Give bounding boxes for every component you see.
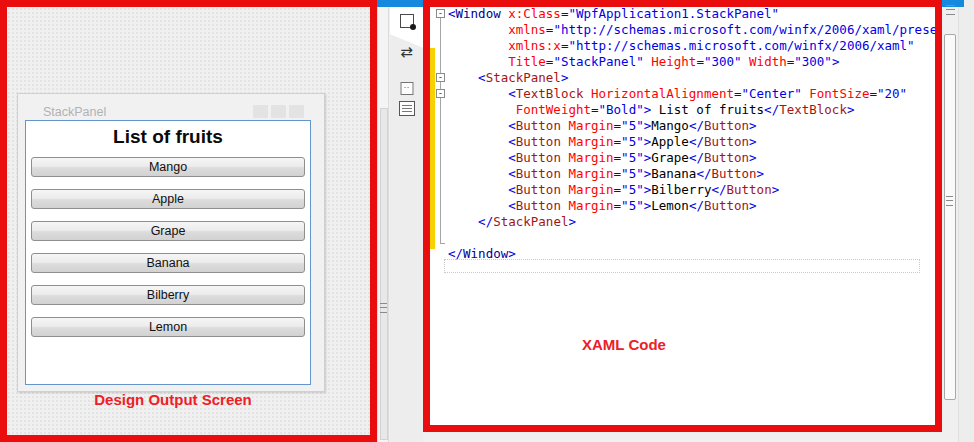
xaml-code-label: XAML Code	[582, 336, 666, 353]
splitter-grip-icon[interactable]	[946, 5, 955, 15]
code-line[interactable]: <TextBlock HorizontalAlignment="Center" …	[448, 86, 907, 102]
code-line[interactable]: FontWeight="Bold"> List of fruits</TextB…	[448, 102, 854, 118]
screenshot-root: StackPanel List of fruits MangoAppleGrap…	[0, 0, 974, 442]
fruit-button-grape[interactable]: Grape	[31, 221, 305, 241]
code-lines: <Window x:Class="WpfApplication1.StackPa…	[430, 7, 935, 425]
fruit-button-banana[interactable]: Banana	[31, 253, 305, 273]
code-line[interactable]: Title="StackPanel" Height="300" Width="3…	[448, 54, 839, 70]
code-line[interactable]: <Button Margin="5">Bilberry</Button>	[448, 182, 779, 198]
xaml-view-icon[interactable]: ··	[400, 82, 413, 95]
preview-window-controls	[253, 105, 304, 118]
code-line[interactable]: </StackPanel>	[448, 214, 576, 230]
fruits-heading: List of fruits	[26, 126, 310, 148]
design-view-dot-icon	[410, 24, 416, 30]
code-line[interactable]: <Button Margin="5">Apple</Button>	[448, 134, 757, 150]
fruit-button-mango[interactable]: Mango	[31, 157, 305, 177]
code-line[interactable]: <Window x:Class="WpfApplication1.StackPa…	[448, 7, 779, 22]
design-output-label: Design Output Screen	[63, 391, 283, 408]
designer-scrollbar-grip-icon[interactable]	[380, 303, 387, 313]
code-line[interactable]: xmlns="http://schemas.microsoft.com/winf…	[448, 22, 935, 38]
current-line-highlight	[444, 259, 920, 273]
preview-window: StackPanel List of fruits MangoAppleGrap…	[17, 93, 325, 392]
document-outline-icon[interactable]	[399, 101, 415, 116]
designer-splitter-strip: ⇄ ··	[390, 0, 423, 442]
preview-window-client: List of fruits MangoAppleGrapeBananaBilb…	[25, 120, 311, 385]
code-line[interactable]: <Button Margin="5">Grape</Button>	[448, 150, 757, 166]
code-line[interactable]: <Button Margin="5">Mango</Button>	[448, 118, 757, 134]
code-line[interactable]: xmlns:x="http://schemas.microsoft.com/wi…	[448, 38, 915, 54]
editor-scrollbar-grip-icon[interactable]	[946, 196, 953, 206]
code-line[interactable]: <Button Margin="5">Banana</Button>	[448, 166, 764, 182]
window-close-button[interactable]	[289, 105, 304, 118]
right-gutter	[958, 0, 974, 442]
designer-scrollbar-thumb[interactable]	[380, 108, 388, 440]
swap-panes-icon[interactable]: ⇄	[400, 44, 413, 60]
window-chrome-strip	[370, 0, 964, 7]
fruit-button-bilberry[interactable]: Bilberry	[31, 285, 305, 305]
editor-scrollbar-thumb[interactable]	[944, 34, 956, 400]
fruit-button-apple[interactable]: Apple	[31, 189, 305, 209]
window-minimize-button[interactable]	[253, 105, 268, 118]
fruit-button-lemon[interactable]: Lemon	[31, 317, 305, 337]
designer-scrollbar[interactable]	[377, 0, 389, 442]
document-outline-lines-icon	[402, 105, 412, 113]
xaml-code-editor[interactable]: --- <Window x:Class="WpfApplication1.Sta…	[430, 7, 935, 425]
preview-window-title: StackPanel	[43, 105, 106, 119]
code-line[interactable]: <Button Margin="5">Lemon</Button>	[448, 198, 757, 214]
window-maximize-button[interactable]	[271, 105, 286, 118]
design-view-icon[interactable]	[400, 14, 414, 28]
fruit-button-list: MangoAppleGrapeBananaBilberryLemon	[26, 157, 310, 337]
code-line[interactable]: <StackPanel>	[448, 70, 568, 86]
designer-surface: StackPanel List of fruits MangoAppleGrap…	[7, 7, 370, 435]
